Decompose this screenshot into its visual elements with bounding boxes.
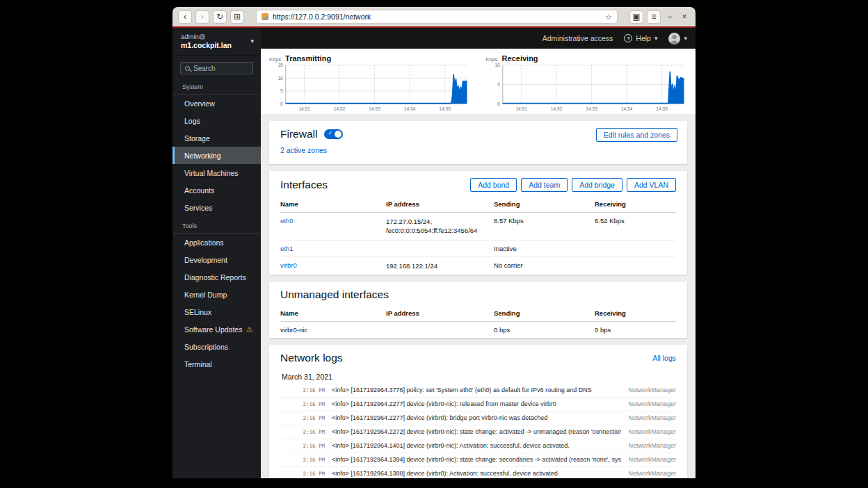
nav-section: System Overview ⚠ Logs xyxy=(172,77,261,216)
all-logs-link[interactable]: All logs xyxy=(652,354,676,362)
site-security-icon[interactable] xyxy=(262,13,268,20)
interface-receiving: 0 bps xyxy=(595,326,676,334)
log-message: <info> [1617192964.1401] device (virbr0-… xyxy=(332,442,621,449)
url-text[interactable]: https://127.0.0.2:9091/network xyxy=(273,13,601,21)
new-tab-button[interactable]: ⊞ xyxy=(230,10,244,24)
chevron-down-icon: ▾ xyxy=(250,38,254,44)
add-interface-button[interactable]: Add VLAN xyxy=(627,178,676,192)
interface-sending: Inactive xyxy=(494,245,595,252)
log-message: <info> [1617192964.2272] device (virbr0-… xyxy=(332,428,621,435)
sidebar-item-label: Accounts xyxy=(184,186,214,195)
tab-overview-button[interactable]: ▣ xyxy=(629,10,643,24)
chevron-down-icon: ▾ xyxy=(684,35,687,42)
back-icon: ‹ xyxy=(184,13,186,21)
add-interface-button[interactable]: Add team xyxy=(521,178,568,192)
sidebar-item[interactable]: Networking ⚠ xyxy=(172,147,261,164)
user-menu[interactable]: admin@ m1.cockpit.lan ▾ xyxy=(172,28,261,56)
log-entry[interactable]: 2:16 PM <info> [1617192964.1394] device … xyxy=(280,453,676,467)
svg-text:15: 15 xyxy=(278,63,283,67)
url-bar[interactable]: https://127.0.0.2:9091/network ☆ xyxy=(256,10,618,24)
sidebar-item[interactable]: Terminal ⚠ xyxy=(172,355,261,373)
traffic-charts-card: Kbps Transmitting 05101514:5114:5214:531… xyxy=(261,49,696,114)
svg-text:14:53: 14:53 xyxy=(369,106,380,111)
log-message: <info> [1617192964.1388] device (virbr0)… xyxy=(332,470,621,477)
svg-text:10: 10 xyxy=(278,76,283,81)
bookmark-icon[interactable]: ☆ xyxy=(605,13,612,22)
active-zones-link[interactable]: 2 active zones xyxy=(280,146,327,154)
browser-toolbar: ‹ › ↻ ⊞ https://127.0.0.2:9091/network ☆… xyxy=(172,7,696,26)
browser-menu-button[interactable]: ≡ xyxy=(647,10,661,24)
add-interface-button[interactable]: Add bond xyxy=(470,178,517,192)
sidebar-item[interactable]: Kernel Dump ⚠ xyxy=(172,286,261,303)
interfaces-title: Interfaces xyxy=(280,179,328,191)
browser-window: ‹ › ↻ ⊞ https://127.0.0.2:9091/network ☆… xyxy=(172,7,696,478)
interface-link[interactable]: eth0 xyxy=(280,217,294,225)
svg-text:14:54: 14:54 xyxy=(620,106,632,111)
table-row: virbr0-nic 0 bps 0 bps xyxy=(280,322,676,338)
session-menu[interactable]: ▾ xyxy=(668,33,687,44)
check-icon: ✓ xyxy=(328,130,332,136)
forward-button[interactable]: › xyxy=(195,10,209,24)
svg-text:14:52: 14:52 xyxy=(550,106,562,111)
sidebar-item-label: SELinux xyxy=(184,308,211,316)
interface-sending: 0 bps xyxy=(494,326,595,334)
sidebar-item[interactable]: Subscriptions ⚠ xyxy=(172,338,261,355)
sidebar-item[interactable]: Development ⚠ xyxy=(172,251,261,268)
sidebar-item[interactable]: Overview ⚠ xyxy=(172,95,261,112)
sidebar-item[interactable]: Storage ⚠ xyxy=(172,129,261,147)
log-source: NetworkManager xyxy=(628,456,676,463)
sidebar-item[interactable]: SELinux ⚠ xyxy=(172,303,261,320)
edit-rules-zones-button[interactable]: Edit rules and zones xyxy=(596,128,677,142)
sidebar-item[interactable]: Software Updates ⚠ xyxy=(172,320,261,338)
administrative-access-indicator[interactable]: Administrative access xyxy=(542,34,613,42)
log-entry[interactable]: 2:16 PM <info> [1617192964.2272] device … xyxy=(280,425,676,439)
chart-unit-label: Kbps xyxy=(486,56,498,63)
minimize-button[interactable]: – xyxy=(664,12,675,22)
close-button[interactable]: × xyxy=(679,12,690,22)
svg-text:14:54: 14:54 xyxy=(404,106,416,111)
sidebar-search[interactable] xyxy=(180,62,253,74)
search-input[interactable] xyxy=(193,65,248,72)
log-time: 2:16 PM xyxy=(291,387,325,393)
sidebar-item[interactable]: Virtual Machines ⚠ xyxy=(172,164,261,181)
log-entry[interactable]: 2:16 PM <info> [1617192964.1388] device … xyxy=(280,467,676,478)
masthead: Administrative access ? Help ▾ ▾ xyxy=(261,28,696,49)
sidebar-item[interactable]: Accounts ⚠ xyxy=(172,181,261,199)
sidebar-item[interactable]: Diagnostic Reports ⚠ xyxy=(172,268,261,286)
transmitting-chart-plot: 05101514:5114:5214:5314:5414:55 xyxy=(268,63,469,113)
svg-text:5: 5 xyxy=(280,88,283,93)
log-entry[interactable]: 2:16 PM <info> [1617192964.2277] device … xyxy=(280,412,676,425)
interface-link[interactable]: virbr0 xyxy=(280,261,297,269)
interface-ip: 192.168.122.1/24 xyxy=(386,261,494,270)
receiving-chart: Kbps Receiving 051014:5114:5214:5314:541… xyxy=(485,54,686,113)
svg-text:14:51: 14:51 xyxy=(298,106,310,111)
svg-text:14:52: 14:52 xyxy=(334,106,346,111)
help-icon: ? xyxy=(624,34,632,42)
avatar xyxy=(668,33,680,44)
sidebar-item[interactable]: Logs ⚠ xyxy=(172,112,261,129)
log-source: NetworkManager xyxy=(628,400,676,407)
add-interface-button[interactable]: Add bridge xyxy=(572,178,622,192)
sidebar-item[interactable]: Services ⚠ xyxy=(172,199,261,216)
log-source: NetworkManager xyxy=(628,414,676,421)
reload-icon: ↻ xyxy=(216,13,223,21)
username: admin@ xyxy=(181,33,250,40)
back-button[interactable]: ‹ xyxy=(178,10,192,24)
table-row: virbr0 192.168.122.1/24 No carrier xyxy=(280,257,676,275)
reload-button[interactable]: ↻ xyxy=(213,10,227,24)
svg-text:14:51: 14:51 xyxy=(515,106,527,111)
svg-text:14:53: 14:53 xyxy=(586,106,597,111)
network-logs-title: Network logs xyxy=(280,352,343,364)
help-menu[interactable]: ? Help ▾ xyxy=(624,34,657,42)
firewall-card: Firewall ✓ 2 active zones Edit rules and… xyxy=(269,121,687,164)
forward-icon: › xyxy=(201,13,204,21)
log-entry[interactable]: 2:16 PM <info> [1617192964.1401] device … xyxy=(280,439,676,453)
interface-ip: 172.27.0.15/24, xyxy=(386,217,494,226)
log-entry[interactable]: 2:16 PM <info> [1617192964.3776] policy:… xyxy=(280,384,676,398)
log-entry[interactable]: 2:16 PM <info> [1617192964.2277] device … xyxy=(280,398,676,412)
sidebar-item-label: Overview xyxy=(184,99,215,108)
sidebar-item[interactable]: Applications ⚠ xyxy=(172,234,261,251)
interface-link[interactable]: eth1 xyxy=(280,245,294,252)
firewall-toggle[interactable]: ✓ xyxy=(324,129,343,139)
menu-icon: ≡ xyxy=(651,13,656,21)
